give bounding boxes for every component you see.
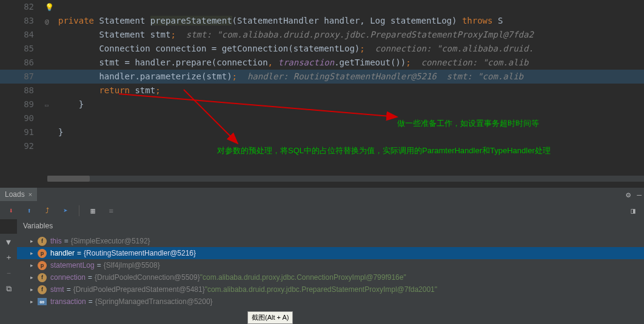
var-name: stmt xyxy=(50,285,64,294)
var-name: handler xyxy=(50,249,75,257)
layout-icon[interactable]: ◨ xyxy=(628,206,638,216)
variable-node[interactable]: ▸fthis = {SimpleExecutor@5192} xyxy=(17,235,644,247)
inline-hint: stmt: "com.alibaba.druid.proxy.jdbc.Prep… xyxy=(176,30,534,39)
grid-icon[interactable]: ▦ xyxy=(88,206,98,216)
filter-icon[interactable]: ▼ xyxy=(3,236,14,247)
var-name: transaction xyxy=(50,297,86,306)
var-obj: {SimpleExecutor@5192} xyxy=(71,237,150,245)
code-editor[interactable]: 82💡 83@private Statement prepareStatemen… xyxy=(0,0,644,182)
line-number: 82 xyxy=(0,0,45,14)
scrollbar-thumb[interactable] xyxy=(47,176,90,182)
line-number: 88 xyxy=(0,84,45,98)
var-value: "com.alibaba.druid.proxy.jdbc.Connection… xyxy=(200,273,406,282)
type-badge: f xyxy=(38,273,47,282)
type-badge: ∞ xyxy=(38,298,47,305)
gear-icon[interactable]: ⚙ xyxy=(626,190,631,199)
expand-icon[interactable]: ▸ xyxy=(30,286,38,293)
bulb-icon[interactable]: 💡 xyxy=(45,3,54,12)
expand-icon[interactable]: ▸ xyxy=(30,299,38,305)
list-icon[interactable]: ≡ xyxy=(106,206,116,216)
debug-toolbar: ⬇ ⬆ ⤴ ➤ ▦ ≡ ◨ xyxy=(0,202,644,219)
tab-loads[interactable]: Loads× xyxy=(0,188,37,201)
screenshot-tooltip: 截图(Alt + A) xyxy=(247,311,293,324)
fold-icon[interactable]: ▭ xyxy=(45,102,49,108)
var-obj: {DruidPooledPreparedStatement@5481} xyxy=(73,285,205,294)
add-icon[interactable]: ＋ xyxy=(3,252,14,263)
variables-tree[interactable]: ▸fthis = {SimpleExecutor@5192}▸phandler … xyxy=(17,234,644,324)
line-number: 92 xyxy=(0,139,45,153)
frames-icon[interactable]: ⤴ xyxy=(42,206,52,216)
type-badge: f xyxy=(38,237,47,246)
expand-icon[interactable]: ▸ xyxy=(30,250,38,256)
method-name: prepareStatement xyxy=(150,16,232,25)
line-number: 90 xyxy=(0,111,45,125)
horizontal-scrollbar[interactable] xyxy=(47,176,644,182)
var-obj: {DruidPooledConnection@5509} xyxy=(95,273,200,282)
type-badge: p xyxy=(38,249,47,258)
expand-icon[interactable]: ▸ xyxy=(30,274,38,280)
line-number: 85 xyxy=(0,42,45,56)
var-name: statementLog xyxy=(50,261,95,269)
close-icon[interactable]: × xyxy=(29,191,32,198)
expand-icon[interactable]: ▸ xyxy=(30,262,38,268)
line-number: 86 xyxy=(0,56,45,70)
breakpoint-line[interactable]: 87 handler.parameterize(stmt); handler: … xyxy=(0,70,644,84)
nav-icon[interactable]: ➤ xyxy=(61,206,70,216)
remove-icon[interactable]: － xyxy=(3,268,14,279)
var-name: connection xyxy=(50,273,86,282)
var-obj: {RoutingStatementHandler@5216} xyxy=(84,249,196,257)
variable-node[interactable]: ▸fstmt = {DruidPooledPreparedStatement@5… xyxy=(17,283,644,296)
line-number: 91 xyxy=(0,125,45,139)
line-number: 83 xyxy=(0,14,45,28)
copy-icon[interactable]: ⧉ xyxy=(3,283,14,294)
line-number: 87 xyxy=(0,70,45,84)
inline-hint: connection: "com.alib xyxy=(411,58,529,67)
var-obj: {Slf4jImpl@5508} xyxy=(104,261,160,269)
variable-node[interactable]: ▸fconnection = {DruidPooledConnection@55… xyxy=(17,271,644,283)
variable-node[interactable]: ▸pstatementLog = {Slf4jImpl@5508} xyxy=(17,259,644,271)
line-number: 84 xyxy=(0,28,45,42)
expand-icon[interactable]: ▸ xyxy=(30,238,38,244)
var-obj: {SpringManagedTransaction@5200} xyxy=(95,297,213,306)
type-badge: p xyxy=(38,261,47,270)
line-number: 89 xyxy=(0,98,45,111)
minimize-icon[interactable]: — xyxy=(637,190,642,199)
var-value: "com.alibaba.druid.proxy.jdbc.PreparedSt… xyxy=(205,285,437,294)
variable-node[interactable]: ▸phandler = {RoutingStatementHandler@521… xyxy=(17,247,644,259)
at-icon: @ xyxy=(45,18,49,25)
inline-hint: connection: "com.alibaba.druid. xyxy=(365,44,534,53)
type-badge: f xyxy=(38,285,47,294)
upload-icon[interactable]: ⬆ xyxy=(24,206,34,216)
debug-side-tools: ▼ ＋ － ⧉ xyxy=(0,234,17,324)
variable-node[interactable]: ▸∞transaction = {SpringManagedTransactio… xyxy=(17,296,644,308)
debug-tab-bar: Loads× ⚙ — xyxy=(0,188,644,203)
download-icon[interactable]: ⬇ xyxy=(6,206,16,216)
var-name: this xyxy=(50,237,62,245)
inline-hint: handler: RoutingStatementHandler@5216 st… xyxy=(237,71,523,81)
